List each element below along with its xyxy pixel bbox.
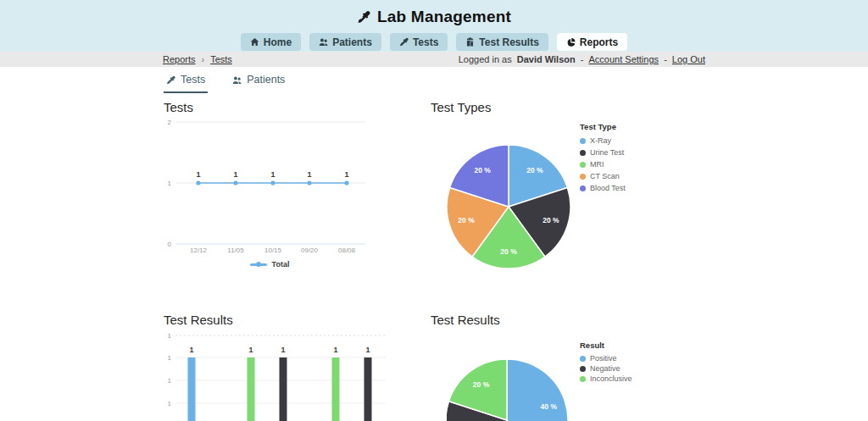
nav-tab-home[interactable]: Home	[241, 33, 301, 51]
pie-chart-icon	[566, 37, 576, 47]
test-results-bar-block: Test Results 111111111	[164, 313, 386, 421]
meta-bar: Reports › Tests Logged in as David Wilso…	[0, 52, 868, 67]
chart-title: Tests	[164, 100, 386, 114]
eyedropper-icon	[166, 75, 175, 85]
legend-swatch	[580, 356, 586, 362]
subtab-label: Tests	[181, 74, 205, 86]
users-icon	[319, 37, 328, 47]
breadcrumb-link-reports[interactable]: Reports	[163, 54, 196, 64]
legend-item: Negative	[580, 363, 632, 374]
svg-text:1: 1	[365, 346, 370, 354]
legend-swatch	[580, 174, 586, 180]
legend-label: Positive	[590, 354, 617, 363]
legend-title: Test Type	[580, 122, 626, 131]
svg-text:1: 1	[270, 170, 275, 179]
eyedropper-icon	[357, 10, 370, 24]
nav-tab-reports[interactable]: Reports	[557, 33, 627, 51]
separator: -	[581, 54, 584, 64]
test-types-legend: Test TypeX-RayUrine TestMRICT ScanBlood …	[580, 122, 626, 194]
legend-label: Blood Test	[590, 184, 626, 192]
svg-text:1: 1	[168, 180, 172, 187]
svg-text:1: 1	[307, 170, 311, 179]
svg-text:1: 1	[168, 332, 172, 340]
tests-line-chart: 210112/12111/05110/15109/20108/08	[164, 117, 376, 254]
paste-icon	[465, 37, 475, 47]
svg-text:08/08: 08/08	[338, 247, 356, 254]
svg-text:20 %: 20 %	[542, 216, 559, 224]
test-types-pie-chart: 20 %20 %20 %20 %20 %	[441, 139, 576, 274]
svg-text:11/05: 11/05	[227, 247, 244, 254]
app-title-row: Lab Management	[0, 0, 868, 26]
separator: -	[664, 54, 667, 64]
account-settings-link[interactable]: Account Settings	[589, 54, 659, 64]
svg-text:1: 1	[281, 346, 285, 354]
chart-title: Test Types	[431, 100, 705, 114]
app-header: Lab Management Home Patients Tests Test …	[0, 0, 868, 52]
legend-label: Negative	[590, 364, 620, 373]
nav-tab-label: Patients	[332, 36, 372, 48]
nav-tab-label: Tests	[413, 36, 438, 48]
nav-tab-test-results[interactable]: Test Results	[456, 33, 548, 51]
legend-swatch	[580, 186, 586, 191]
svg-text:1: 1	[168, 400, 172, 407]
svg-text:1: 1	[168, 377, 172, 385]
main-content: Tests Patients Tests 210112/12111/05110/…	[163, 67, 705, 421]
legend-label: Urine Test	[590, 148, 624, 157]
breadcrumb-link-tests[interactable]: Tests	[210, 54, 232, 64]
logout-link[interactable]: Log Out	[672, 54, 705, 64]
legend-item: Urine Test	[580, 147, 626, 158]
subtab-patients[interactable]: Patients	[230, 74, 287, 93]
test-results-legend: ResultPositiveNegativeInconclusive	[580, 341, 632, 384]
legend-item: Inconclusive	[580, 374, 632, 384]
svg-text:2: 2	[168, 119, 172, 126]
svg-text:1: 1	[196, 170, 200, 179]
nav-tab-label: Reports	[580, 36, 618, 48]
svg-text:1: 1	[248, 346, 253, 354]
nav-tab-tests[interactable]: Tests	[390, 33, 448, 51]
test-results-pie-chart: 40 %40 %20 %	[447, 358, 570, 421]
legend-swatch	[580, 162, 586, 168]
svg-text:20 %: 20 %	[526, 166, 543, 174]
svg-text:40 %: 40 %	[541, 402, 558, 411]
legend-label: X-Ray	[590, 136, 611, 145]
user-bar: Logged in as David Wilson - Account Sett…	[456, 54, 705, 64]
breadcrumb: Reports › Tests	[163, 54, 232, 64]
svg-text:20 %: 20 %	[500, 247, 517, 256]
svg-text:1: 1	[333, 346, 337, 354]
svg-text:0: 0	[168, 241, 172, 248]
test-results-bar-chart: 111111111	[164, 330, 386, 421]
legend-swatch	[580, 138, 586, 144]
chart-title: Test Results	[164, 313, 386, 326]
legend-swatch	[580, 150, 586, 156]
svg-text:09/20: 09/20	[301, 247, 319, 254]
legend-item: MRI	[580, 158, 626, 170]
user-name: David Wilson	[517, 54, 576, 64]
chart-title: Test Results	[431, 313, 705, 326]
nav-tab-label: Test Results	[479, 36, 538, 48]
users-icon	[232, 75, 242, 85]
legend-item: X-Ray	[580, 135, 626, 147]
report-subtabs: Tests Patients	[164, 74, 287, 93]
legend-item: CT Scan	[580, 170, 626, 182]
legend-item: Blood Test	[580, 182, 626, 194]
tests-line-chart-block: Tests 210112/12111/05110/15109/20108/08 …	[164, 100, 386, 269]
legend-swatch	[580, 376, 586, 382]
svg-text:1: 1	[168, 354, 172, 362]
svg-text:1: 1	[233, 170, 237, 179]
svg-text:1: 1	[344, 170, 348, 179]
page-title: Lab Management	[377, 8, 511, 26]
svg-text:10/15: 10/15	[264, 247, 282, 254]
svg-text:1: 1	[189, 346, 193, 354]
legend-line-marker	[250, 263, 267, 266]
subtab-label: Patients	[247, 74, 285, 86]
svg-text:20 %: 20 %	[474, 166, 491, 174]
home-icon	[250, 37, 259, 47]
test-types-pie-block: Test Types 20 %20 %20 %20 %20 % Test Typ…	[431, 100, 705, 295]
nav-tab-label: Home	[264, 36, 292, 48]
svg-text:12/12: 12/12	[190, 247, 208, 254]
nav-tab-patients[interactable]: Patients	[309, 33, 381, 51]
subtab-tests[interactable]: Tests	[164, 74, 208, 93]
legend-label: Total	[272, 260, 290, 269]
legend-label: CT Scan	[590, 172, 620, 180]
svg-text:20 %: 20 %	[473, 380, 490, 389]
